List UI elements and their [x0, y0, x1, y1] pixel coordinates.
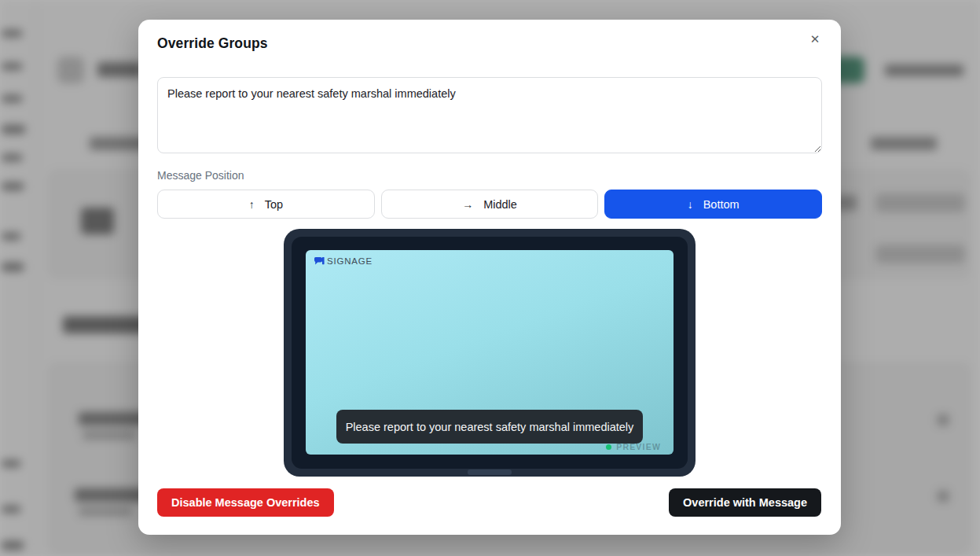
- preview-message-bar: Please report to your nearest safety mar…: [336, 410, 643, 444]
- live-dot-icon: [606, 444, 611, 450]
- position-option-label: Top: [265, 198, 283, 211]
- message-position-group: ↑ Top → Middle ↓ Bottom: [157, 190, 822, 219]
- modal-title: Override Groups: [157, 35, 268, 52]
- position-option-label: Bottom: [703, 198, 740, 211]
- position-option-middle[interactable]: → Middle: [381, 190, 599, 219]
- preview-badge: PREVIEW: [606, 442, 661, 451]
- tv-stand: [468, 469, 512, 475]
- override-with-message-button[interactable]: Override with Message: [669, 488, 821, 517]
- pisignage-logo-icon: [314, 257, 326, 266]
- preview-badge-label: PREVIEW: [616, 442, 661, 451]
- logo-text: SIGNAGE: [327, 256, 373, 266]
- pisignage-logo: SIGNAGE: [314, 256, 373, 266]
- close-icon[interactable]: ✕: [805, 29, 825, 50]
- position-option-top[interactable]: ↑ Top: [157, 190, 375, 219]
- disable-message-overrides-button[interactable]: Disable Message Overrides: [157, 488, 334, 517]
- override-message-input[interactable]: Please report to your nearest safety mar…: [157, 77, 822, 153]
- message-position-label: Message Position: [157, 169, 244, 182]
- tv-preview: SIGNAGE Please report to your nearest sa…: [284, 229, 696, 477]
- position-option-label: Middle: [483, 198, 517, 211]
- arrow-right-icon: →: [462, 198, 473, 211]
- position-option-bottom[interactable]: ↓ Bottom: [604, 190, 822, 219]
- arrow-down-icon: ↓: [688, 198, 693, 211]
- preview-message-text: Please report to your nearest safety mar…: [346, 421, 634, 433]
- override-groups-modal: Override Groups ✕ Please report to your …: [138, 20, 841, 535]
- arrow-up-icon: ↑: [249, 198, 255, 211]
- tv-screen: SIGNAGE Please report to your nearest sa…: [306, 250, 674, 455]
